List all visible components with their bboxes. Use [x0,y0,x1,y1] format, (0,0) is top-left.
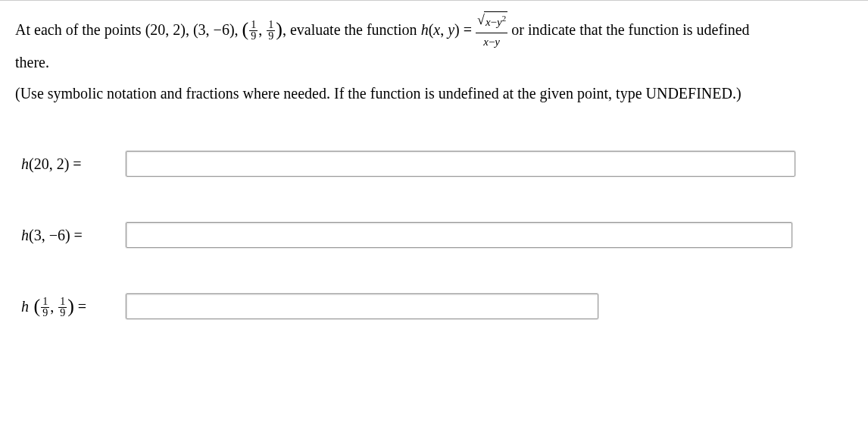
equals-sign: = [69,155,81,172]
var-y: y [495,36,500,48]
var-x: x [483,36,489,48]
input-wrap [126,293,598,319]
answer-label-2: h(3, −6) = [15,227,126,244]
equals-sign: = [74,298,86,315]
numerator: 1 [267,20,275,30]
paren-open: ( [242,18,249,40]
point: (20, 2) [29,155,69,172]
text: there. [15,54,49,71]
exponent: 2 [502,14,507,23]
function-name: h [21,227,29,243]
point: (3, −6) [29,227,70,243]
answer-row-2: h(3, −6) = [15,222,853,248]
answer-input-1[interactable] [126,151,795,177]
text: , [50,298,58,315]
equals-sign: = [460,21,476,38]
formula: x−y2 x−y [476,11,507,51]
input-wrap [126,151,795,177]
answer-label-1: h(20, 2) = [15,155,126,173]
var-y: y [497,16,502,28]
sqrt: x−y2 [476,11,507,33]
point-1: (20, 2) [145,21,186,38]
paren-close: ) [67,295,74,317]
equals-sign: = [70,227,83,243]
formula-denominator: x−y [476,33,507,51]
fraction: 19 [58,296,67,318]
function-name: h [21,298,29,315]
question-container: At each of the points (20, 2), (3, −6), … [0,0,868,357]
numerator: 1 [249,20,258,30]
text: , [186,21,193,38]
numerator: 1 [58,296,67,307]
answer-input-3[interactable] [126,293,598,319]
prompt-paragraph-1: At each of the points (20, 2), (3, −6), … [15,11,853,74]
function-name: h [421,21,429,38]
input-wrap [126,222,792,248]
denominator: 9 [249,30,258,42]
numerator: 1 [41,296,49,307]
point-2: (3, −6) [193,21,235,38]
prompt-instructions: (Use symbolic notation and fractions whe… [15,82,853,105]
minus: − [491,16,497,28]
denominator: 9 [58,307,67,318]
denominator: 9 [267,30,275,42]
fraction: 19 [41,296,49,318]
answer-label-3: h (19, 19) = [15,294,126,319]
text: At each of the points [15,21,145,38]
text: , [235,21,242,38]
text: or indicate that the function is udefine… [507,21,749,38]
answer-row-1: h(20, 2) = [15,151,853,177]
text: , [258,21,266,38]
answer-row-3: h (19, 19) = [15,293,853,319]
fraction: 19 [267,20,275,42]
function-args: (x, y) [429,21,460,38]
question-prompt: At each of the points (20, 2), (3, −6), … [15,11,853,105]
fraction: 19 [249,20,258,42]
paren-close: ) [276,18,283,40]
answer-input-2[interactable] [126,222,792,248]
denominator: 9 [41,307,49,318]
paren-open: ( [29,295,40,317]
var-x: x [486,16,491,28]
function-name: h [21,155,29,172]
answers-section: h(20, 2) = h(3, −6) = h (19, 19) = [15,151,853,319]
formula-numerator: x−y2 [476,11,507,33]
text: , evaluate the function [283,21,421,38]
